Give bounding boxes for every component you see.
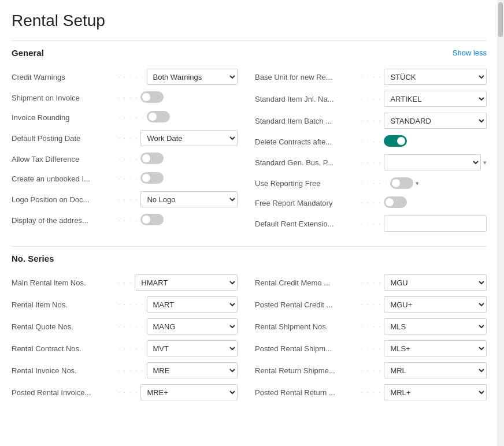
posted-rental-invoice-label: Posted Rental Invoice... (12, 388, 116, 397)
rental-return-shipment-row: Rental Return Shipme... · · · · MRL (255, 359, 487, 381)
general-section-header: General Show less (12, 48, 487, 58)
default-posting-date-label: Default Posting Date (12, 134, 116, 143)
rental-shipment-nos-select[interactable]: MLS (384, 318, 487, 335)
std-gen-bus-select[interactable] (384, 154, 481, 170)
display-address-label: Display of the addres... (12, 216, 116, 225)
logo-position-select[interactable]: No Logo Left Center Right (140, 191, 238, 207)
invoice-rounding-toggle[interactable] (147, 111, 170, 122)
use-reporting-free-toggle[interactable] (390, 177, 413, 189)
scrollbar[interactable] (497, 0, 504, 446)
default-posting-date-control: Work Date Posting Date No Date (140, 130, 238, 146)
create-unbooked-toggle[interactable] (140, 172, 164, 184)
rental-shipment-nos-row: Rental Shipment Nos. · · · · MLS (255, 315, 487, 337)
no-series-right-col: Rental Credit Memo ... · · · · MGU Poste… (249, 272, 487, 403)
invoice-rounding-row: Invoice Rounding · · · · · (12, 107, 238, 127)
rental-item-nos-row: Rental Item Nos. · · · · · MART (12, 293, 238, 315)
invoice-rounding-label: Invoice Rounding (12, 113, 116, 122)
rental-quote-nos-row: Rental Quote Nos. · · · · · MANG (12, 315, 238, 337)
std-item-batch-control: STANDARD DEFAULT (384, 113, 487, 129)
general-left-col: Credit Warnings · · · · · Both Warnings … (12, 66, 249, 235)
rental-contract-nos-select[interactable]: MVT (147, 340, 238, 356)
free-report-mandatory-label: Free Report Mandatory (255, 199, 359, 207)
posted-rental-return-label: Posted Rental Return ... (255, 388, 359, 397)
default-posting-date-select[interactable]: Work Date Posting Date No Date (140, 130, 238, 146)
allow-tax-difference-toggle[interactable] (140, 153, 164, 164)
default-rent-extension-label: Default Rent Extensio... (255, 220, 359, 228)
logo-position-row: Logo Position on Doc... · · · · No Logo … (12, 188, 238, 210)
rental-item-nos-label: Rental Item Nos. (12, 300, 116, 309)
shipment-invoice-label: Shipment on Invoice (12, 94, 116, 102)
std-gen-bus-control: ▾ (384, 154, 487, 170)
use-reporting-free-control: ▾ (390, 177, 487, 189)
free-report-mandatory-control (384, 196, 487, 210)
credit-warnings-select[interactable]: Both Warnings Credit Limit Overdue Balan… (147, 69, 238, 85)
rental-invoice-nos-select[interactable]: MRE (147, 362, 238, 378)
rental-credit-memo-control: MGU (384, 274, 487, 291)
no-series-section-header: No. Series (12, 254, 487, 263)
logo-position-control: No Logo Left Center Right (140, 191, 238, 207)
default-posting-date-row: Default Posting Date · · · · Work Date P… (12, 127, 238, 149)
std-item-batch-row: Standard Item Batch ... · · · · STANDARD… (255, 110, 487, 132)
std-gen-bus-expand-icon[interactable]: ▾ (483, 159, 487, 166)
rental-return-shipment-label: Rental Return Shipme... (255, 366, 359, 375)
rental-quote-nos-control: MANG (147, 318, 238, 335)
rental-invoice-nos-control: MRE (147, 362, 238, 378)
general-section-title: General (12, 48, 44, 58)
allow-tax-difference-control (140, 153, 238, 166)
general-fields-grid: Credit Warnings · · · · · Both Warnings … (12, 66, 487, 235)
rental-invoice-nos-row: Rental Invoice Nos. · · · · · MRE (12, 359, 238, 381)
posted-rental-return-select[interactable]: MRL+ (384, 384, 487, 400)
posted-rental-shipment-control: MLS+ (384, 340, 487, 356)
display-address-control (140, 214, 238, 227)
posted-rental-shipment-select[interactable]: MLS+ (384, 340, 487, 356)
std-item-jnl-control: ARTIKEL DEFAULT (384, 91, 487, 107)
no-series-fields-grid: Main Rental Item Nos. · · · HMART Rental… (12, 272, 487, 403)
rental-credit-memo-select[interactable]: MGU (384, 274, 487, 291)
rental-invoice-nos-label: Rental Invoice Nos. (12, 366, 116, 375)
posted-rental-credit-label: Posted Rental Credit ... (255, 300, 359, 309)
display-address-toggle[interactable] (140, 214, 164, 225)
logo-position-label: Logo Position on Doc... (12, 195, 116, 204)
main-rental-item-nos-label: Main Rental Item Nos. (12, 278, 116, 287)
rental-credit-memo-label: Rental Credit Memo ... (255, 278, 359, 287)
posted-rental-shipment-row: Posted Rental Shipm... · · · · MLS+ (255, 337, 487, 359)
delete-contracts-toggle[interactable] (384, 135, 407, 147)
rental-credit-memo-row: Rental Credit Memo ... · · · · MGU (255, 272, 487, 293)
std-item-jnl-row: Standard Item Jnl. Na... · · · · ARTIKEL… (255, 88, 487, 110)
posted-rental-invoice-select[interactable]: MRE+ (140, 384, 238, 400)
shipment-invoice-row: Shipment on Invoice · · · · (12, 88, 238, 107)
rental-item-nos-select[interactable]: MART (147, 296, 238, 313)
posted-rental-return-row: Posted Rental Return ... · · · · MRL+ (255, 381, 487, 403)
scrollbar-thumb[interactable] (498, 2, 503, 37)
credit-warnings-control: Both Warnings Credit Limit Overdue Balan… (147, 69, 238, 85)
no-series-section: No. Series Main Rental Item Nos. · · · H… (12, 246, 487, 403)
main-rental-item-nos-row: Main Rental Item Nos. · · · HMART (12, 272, 238, 293)
posted-rental-credit-control: MGU+ (384, 296, 487, 313)
base-unit-select[interactable]: STÜCK PCS EA (384, 69, 487, 85)
default-rent-extension-input[interactable] (384, 215, 487, 232)
credit-warnings-row: Credit Warnings · · · · · Both Warnings … (12, 66, 238, 88)
posted-rental-shipment-label: Posted Rental Shipm... (255, 344, 359, 353)
page-title: Rental Setup (12, 12, 487, 30)
base-unit-label: Base Unit for new Re... (255, 73, 359, 81)
std-item-jnl-select[interactable]: ARTIKEL DEFAULT (384, 91, 487, 107)
free-report-mandatory-toggle[interactable] (384, 196, 407, 208)
show-less-link[interactable]: Show less (453, 49, 487, 57)
rental-contract-nos-control: MVT (147, 340, 238, 356)
shipment-invoice-toggle[interactable] (140, 91, 164, 103)
create-unbooked-control (140, 172, 238, 185)
free-report-mandatory-row: Free Report Mandatory · · · · (255, 193, 487, 213)
rental-return-shipment-select[interactable]: MRL (384, 362, 487, 378)
allow-tax-difference-label: Allow Tax Difference (12, 155, 116, 163)
create-unbooked-label: Create an unbooked I... (12, 174, 116, 183)
main-rental-item-nos-select[interactable]: HMART (135, 274, 238, 291)
std-item-batch-select[interactable]: STANDARD DEFAULT (384, 113, 487, 129)
base-unit-control: STÜCK PCS EA (384, 69, 487, 85)
rental-quote-nos-select[interactable]: MANG (147, 318, 238, 335)
posted-rental-invoice-control: MRE+ (140, 384, 238, 400)
posted-rental-credit-select[interactable]: MGU+ (384, 296, 487, 313)
use-reporting-free-label: Use Reporting Free (255, 179, 359, 188)
create-unbooked-row: Create an unbooked I... · · · · (12, 169, 238, 188)
use-reporting-free-expand-icon[interactable]: ▾ (416, 180, 419, 187)
posted-rental-return-control: MRL+ (384, 384, 487, 400)
